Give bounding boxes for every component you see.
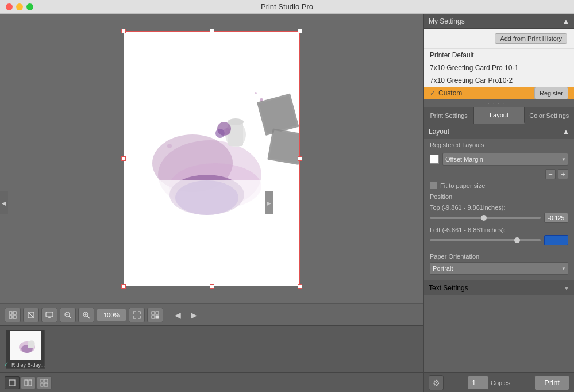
svg-line-32 [69,316,71,318]
text-settings-header[interactable]: Text Settings ▼ [424,280,574,295]
layout-color-swatch [430,155,439,164]
orientation-select[interactable]: Portrait Landscape [430,262,568,275]
main-layout: ◀ ▶ [0,14,574,392]
scroll-up-arrow[interactable]: ▲ [563,17,569,25]
add-history-button[interactable]: Add from Print History [495,33,567,44]
svg-rect-21 [9,312,12,314]
custom-check: ✓ [430,90,435,97]
settings-icon [151,311,159,319]
svg-rect-49 [41,379,43,382]
svg-line-36 [87,316,90,318]
double-view-icon [24,379,32,387]
handle-middle-right[interactable] [298,156,302,161]
gear-icon: ⚙ [433,378,440,387]
left-slider-track[interactable] [430,239,541,241]
registered-layouts-label: Registered Layouts [430,141,484,148]
handle-middle-left[interactable] [121,156,126,161]
next-button[interactable]: ▶ [187,308,201,322]
filmstrip-label: Ridley B-day... [10,362,47,368]
minimize-button[interactable] [16,3,23,10]
left-panel-arrow[interactable]: ◀ [0,191,8,214]
registered-layouts-row: Registered Layouts [424,139,574,151]
layout-select-container: Offset Margin No Margin Center [442,153,568,166]
fit-paper-row: Fit to paper size [424,180,574,191]
grid-tool-button[interactable] [5,308,21,322]
settings-tool-button[interactable] [147,308,163,322]
layout-section-label: Layout [429,128,449,136]
layout-select[interactable]: Offset Margin No Margin Center [442,153,568,166]
gear-button[interactable]: ⚙ [429,375,444,390]
tab-layout[interactable]: Layout [474,107,524,124]
zoom-in-button[interactable] [78,308,94,322]
tab-print-settings[interactable]: Print Settings [424,107,474,124]
settings-greeting-2-label: 7x10 Greeting Car Pro10-2 [430,76,513,84]
svg-rect-22 [13,312,16,314]
handle-top-right[interactable] [298,29,302,33]
settings-greeting-2[interactable]: 7x10 Greeting Car Pro10-2 [424,74,574,87]
title-bar: Print Studio Pro [0,0,574,14]
plus-button[interactable]: + [558,169,568,179]
minus-button[interactable]: − [545,169,556,179]
panel-bottom: ⚙ Copies Print [424,372,574,392]
svg-rect-27 [46,312,53,317]
svg-rect-24 [13,316,16,318]
fit-paper-checkbox[interactable] [430,182,437,189]
svg-point-10 [215,129,225,138]
prev-button[interactable]: ◀ [171,308,184,322]
print-button[interactable]: Print [534,375,569,390]
view-buttons [5,376,52,389]
svg-rect-48 [29,380,32,386]
settings-custom-label: Custom [438,89,462,97]
handle-top-center[interactable] [210,29,214,33]
monitor-tool-button[interactable] [41,308,57,322]
handle-bottom-center[interactable] [210,284,214,289]
top-slider-container: -0.125 [430,213,568,223]
position-label: Position [430,193,452,200]
copies-label: Copies [491,379,510,386]
fit-button[interactable] [129,308,145,322]
left-slider-value [544,235,568,245]
fit-paper-label: Fit to paper size [440,182,485,189]
toolbar-bottom: 100% ◀ ▶ [0,303,423,325]
copies-area: Copies [468,376,510,390]
svg-rect-39 [152,316,155,318]
handle-bottom-right[interactable] [298,284,302,289]
single-view-button[interactable] [5,376,20,389]
grid-view-button[interactable] [37,376,52,389]
top-slider-thumb[interactable] [481,215,487,221]
canvas-area: ◀ ▶ [0,14,423,392]
svg-point-8 [228,118,244,125]
orientation-select-container: Portrait Landscape [424,262,574,278]
svg-rect-45 [28,341,34,348]
tab-color-settings[interactable]: Color Settings [525,107,574,124]
settings-greeting-1[interactable]: 7x10 Greeting Card Pro 10-1 [424,62,574,74]
svg-rect-19 [269,130,300,163]
zoom-display: 100% [97,309,126,321]
copies-spinner-container [468,376,488,390]
svg-rect-40 [156,316,159,318]
double-view-button[interactable] [21,376,36,389]
paper-orientation-row: Paper Orientation [424,251,574,262]
window-controls [0,3,33,10]
register-button[interactable]: Register [534,87,568,99]
handle-bottom-left[interactable] [121,284,126,289]
maximize-button[interactable] [26,3,33,10]
top-slider-label: Top (-9.861 - 9.861inches): [430,204,568,211]
orientation-custom-select: Portrait Landscape [430,262,568,275]
handle-top-left[interactable] [121,29,126,33]
zoom-out-button[interactable] [60,308,76,322]
settings-custom[interactable]: ✓ Custom Register [424,87,574,99]
layout-section-header[interactable]: Layout ▲ [424,124,574,139]
close-button[interactable] [6,3,13,10]
right-panel-arrow[interactable]: ▶ [265,191,273,214]
top-slider-track[interactable] [430,217,541,219]
left-slider-thumb[interactable] [514,237,520,243]
settings-printer-default[interactable]: Printer Default [424,49,574,62]
copies-input[interactable] [468,376,488,390]
svg-rect-47 [25,380,28,386]
grid-icon [9,311,17,319]
settings-area: Add from Print History Printer Default 7… [424,29,574,99]
filmstrip-item[interactable]: ✓ Ridley B-day... [6,330,45,369]
crop-tool-button[interactable] [23,308,39,322]
canvas-workspace[interactable] [0,14,423,303]
